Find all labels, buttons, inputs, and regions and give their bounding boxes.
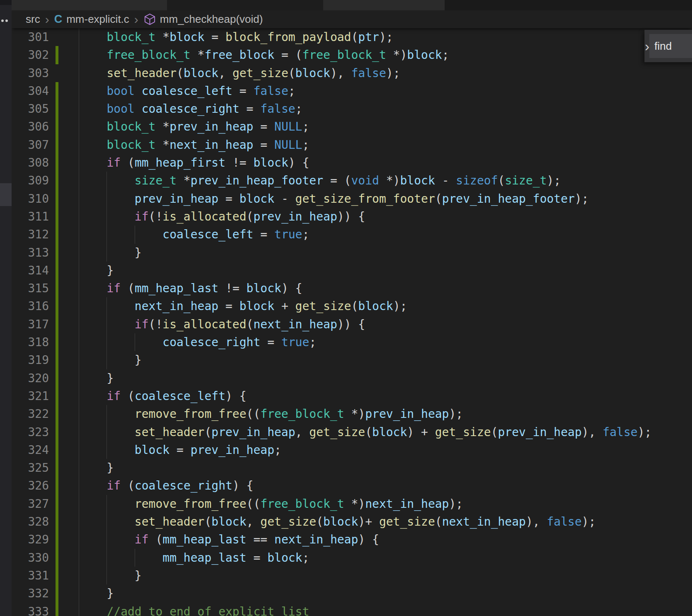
breadcrumb-item-symbol[interactable]: mm_checkheap(void) — [160, 13, 263, 26]
editor-tab[interactable] — [323, 0, 445, 10]
token-f: get_size — [260, 515, 316, 529]
line-number: 314 — [12, 262, 49, 279]
token-v: next_in_heap — [365, 497, 449, 511]
code-text: set_header(prev_in_heap, get_size(block)… — [79, 423, 692, 441]
chevron-right-icon: › — [45, 13, 49, 26]
code-line[interactable]: 331 } — [12, 567, 692, 584]
code-line[interactable]: 328 set_header(block, get_size(block)+ g… — [12, 513, 692, 531]
gutter-added-indicator — [56, 118, 58, 136]
token-p: , — [295, 425, 310, 439]
token-p: *) — [344, 497, 365, 511]
code-line[interactable]: 315 if (mm_heap_last != block) { — [12, 279, 692, 297]
token-p — [135, 102, 142, 116]
indent-guide — [79, 549, 79, 567]
code-line[interactable]: 301 block_t *block = block_from_payload(… — [12, 28, 692, 46]
code-line[interactable]: 306 block_t *prev_in_heap = NULL; — [12, 118, 692, 136]
code-line[interactable]: 307 block_t *next_in_heap = NULL; — [12, 136, 692, 154]
code-line[interactable]: 316 next_in_heap = block + get_size(bloc… — [12, 297, 692, 315]
token-p — [79, 335, 162, 349]
editor-tab[interactable] — [12, 0, 167, 10]
token-f: remove_from_free — [135, 407, 247, 421]
line-number: 331 — [12, 567, 49, 584]
code-line[interactable]: 312 coalesce_left = true; — [12, 226, 692, 243]
token-t: block_t — [106, 30, 155, 44]
code-line[interactable]: 332 } — [12, 584, 692, 602]
code-line[interactable]: 320 } — [12, 369, 692, 387]
breadcrumb-item-folder[interactable]: src — [26, 13, 40, 26]
token-p: ); — [386, 66, 400, 80]
code-text: bool coalesce_left = false; — [79, 82, 692, 100]
token-c: if — [135, 318, 149, 331]
token-p — [79, 66, 106, 80]
token-v: block — [135, 443, 169, 457]
token-c: if — [135, 210, 149, 223]
code-line[interactable]: 314 } — [12, 262, 692, 279]
indent-guide — [106, 405, 107, 423]
token-v: coalesce_right — [135, 479, 232, 492]
token-p: ); — [638, 425, 652, 439]
code-text: block_t *next_in_heap = NULL; — [79, 136, 692, 154]
token-p: } — [79, 371, 114, 385]
token-v: next_in_heap — [442, 515, 526, 529]
code-line[interactable]: 313 } — [12, 244, 692, 262]
token-p: ; — [288, 84, 295, 98]
code-text: next_in_heap = block + get_size(block); — [79, 297, 692, 315]
code-line[interactable]: 322 remove_from_free((free_block_t *)pre… — [12, 405, 692, 423]
indent-guide — [79, 28, 79, 46]
code-line[interactable]: 323 set_header(prev_in_heap, get_size(bl… — [12, 423, 692, 441]
token-p — [79, 102, 106, 116]
code-line[interactable]: 317 if(!is_allocated(next_in_heap)) { — [12, 315, 692, 333]
code-line[interactable]: 302 free_block_t *free_block = (free_blo… — [12, 46, 692, 64]
token-p: *) — [344, 407, 365, 421]
token-p: = ( — [323, 174, 351, 187]
code-line[interactable]: 319 } — [12, 351, 692, 369]
code-editor-viewport[interactable]: 301 block_t *block = block_from_payload(… — [12, 28, 692, 616]
gutter-added-indicator — [56, 154, 58, 172]
token-p: (( — [247, 407, 261, 421]
token-p: ); — [449, 407, 463, 421]
token-p: ; — [302, 138, 309, 152]
gutter-added-indicator — [56, 477, 58, 495]
indent-guide — [79, 190, 79, 208]
indent-guide — [106, 423, 107, 441]
code-text: if (mm_heap_first != block) { — [79, 154, 692, 172]
token-p — [79, 84, 106, 98]
gutter-added-indicator — [56, 423, 58, 441]
code-line[interactable]: 309 size_t *prev_in_heap_footer = (void … — [12, 172, 692, 189]
token-p: = — [253, 120, 274, 133]
code-line[interactable]: 330 mm_heap_last = block; — [12, 549, 692, 567]
code-line[interactable]: 329 if (mm_heap_last == next_in_heap) { — [12, 531, 692, 548]
code-line[interactable]: 327 remove_from_free((free_block_t *)nex… — [12, 495, 692, 513]
token-p — [135, 84, 142, 98]
code-line[interactable]: 303 set_header(block, get_size(block), f… — [12, 64, 692, 82]
token-p: ; — [302, 551, 309, 565]
line-number: 305 — [12, 100, 49, 118]
code-line[interactable]: 318 coalesce_right = true; — [12, 333, 692, 351]
token-f: get_size_from_footer — [295, 192, 435, 206]
code-line[interactable]: 324 block = prev_in_heap; — [12, 441, 692, 459]
token-p: ); — [449, 497, 463, 511]
token-p — [79, 156, 106, 170]
toggle-replace-chevron-icon[interactable]: › — [645, 30, 649, 62]
token-c: if — [106, 156, 121, 170]
code-line[interactable]: 305 bool coalesce_right = false; — [12, 100, 692, 118]
code-line[interactable]: 333 //add to end of explicit list — [12, 603, 692, 616]
code-text: } — [79, 459, 692, 477]
code-line[interactable]: 304 bool coalesce_left = false; — [12, 82, 692, 100]
code-line[interactable]: 326 if (coalesce_right) { — [12, 477, 692, 495]
token-k: false — [351, 66, 386, 80]
code-line[interactable]: 310 prev_in_heap = block - get_size_from… — [12, 190, 692, 208]
code-line[interactable]: 321 if (coalesce_left) { — [12, 387, 692, 405]
sidebar-top-notch — [0, 0, 12, 5]
code-line[interactable]: 308 if (mm_heap_first != block) { — [12, 154, 692, 172]
token-p: * — [155, 120, 169, 133]
gutter-added-indicator — [56, 226, 58, 243]
sidebar-selected-item-edge — [0, 183, 12, 206]
code-text: } — [79, 244, 692, 262]
find-input[interactable] — [649, 34, 692, 58]
breadcrumb-item-file[interactable]: mm-explicit.c — [66, 13, 129, 26]
indent-guide — [79, 154, 79, 172]
code-line[interactable]: 325 } — [12, 459, 692, 477]
code-line[interactable]: 311 if(!is_allocated(prev_in_heap)) { — [12, 208, 692, 226]
token-p: - — [435, 174, 456, 187]
